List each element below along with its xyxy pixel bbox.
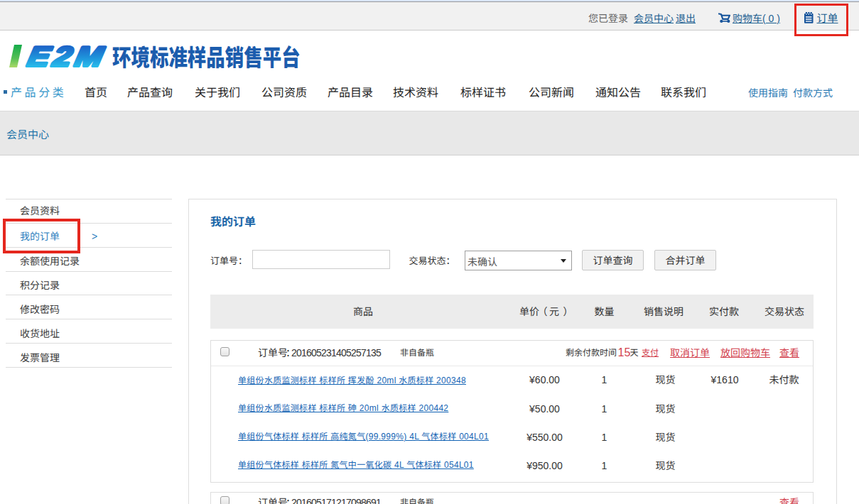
svg-text:E2M: E2M bbox=[25, 41, 109, 72]
